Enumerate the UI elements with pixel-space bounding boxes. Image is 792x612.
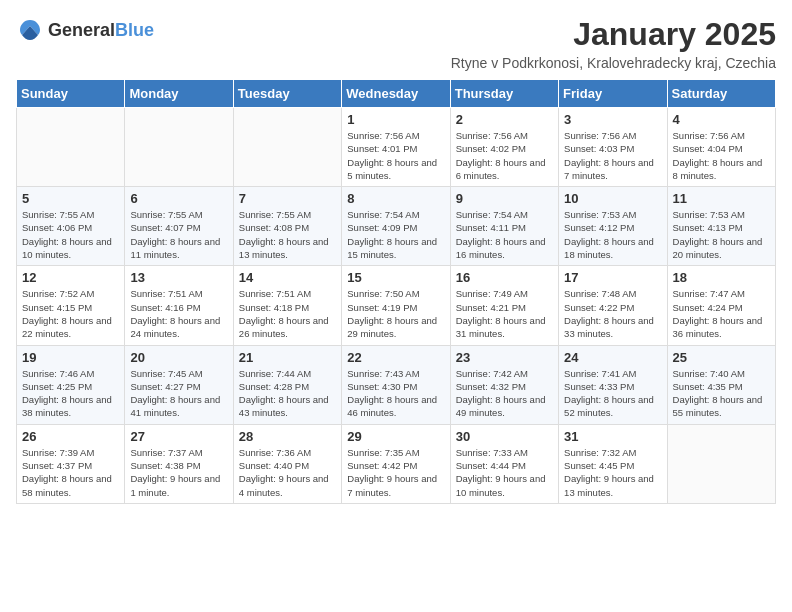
calendar-cell: 3Sunrise: 7:56 AMSunset: 4:03 PMDaylight…	[559, 108, 667, 187]
day-info: Sunrise: 7:55 AMSunset: 4:06 PMDaylight:…	[22, 208, 119, 261]
day-number: 26	[22, 429, 119, 444]
day-info: Sunrise: 7:47 AMSunset: 4:24 PMDaylight:…	[673, 287, 770, 340]
day-info: Sunrise: 7:56 AMSunset: 4:03 PMDaylight:…	[564, 129, 661, 182]
day-number: 3	[564, 112, 661, 127]
day-number: 6	[130, 191, 227, 206]
calendar-cell: 14Sunrise: 7:51 AMSunset: 4:18 PMDayligh…	[233, 266, 341, 345]
calendar-cell: 17Sunrise: 7:48 AMSunset: 4:22 PMDayligh…	[559, 266, 667, 345]
day-number: 22	[347, 350, 444, 365]
logo-blue: Blue	[115, 21, 154, 39]
day-number: 21	[239, 350, 336, 365]
calendar-cell: 4Sunrise: 7:56 AMSunset: 4:04 PMDaylight…	[667, 108, 775, 187]
day-number: 14	[239, 270, 336, 285]
calendar-week-2: 5Sunrise: 7:55 AMSunset: 4:06 PMDaylight…	[17, 187, 776, 266]
day-number: 27	[130, 429, 227, 444]
day-number: 18	[673, 270, 770, 285]
day-number: 30	[456, 429, 553, 444]
day-number: 19	[22, 350, 119, 365]
day-info: Sunrise: 7:36 AMSunset: 4:40 PMDaylight:…	[239, 446, 336, 499]
day-info: Sunrise: 7:54 AMSunset: 4:09 PMDaylight:…	[347, 208, 444, 261]
calendar-cell: 26Sunrise: 7:39 AMSunset: 4:37 PMDayligh…	[17, 424, 125, 503]
day-info: Sunrise: 7:55 AMSunset: 4:08 PMDaylight:…	[239, 208, 336, 261]
day-number: 29	[347, 429, 444, 444]
day-number: 31	[564, 429, 661, 444]
calendar-header-wednesday: Wednesday	[342, 80, 450, 108]
day-number: 2	[456, 112, 553, 127]
day-number: 11	[673, 191, 770, 206]
calendar-week-1: 1Sunrise: 7:56 AMSunset: 4:01 PMDaylight…	[17, 108, 776, 187]
calendar-cell: 12Sunrise: 7:52 AMSunset: 4:15 PMDayligh…	[17, 266, 125, 345]
day-number: 4	[673, 112, 770, 127]
day-info: Sunrise: 7:33 AMSunset: 4:44 PMDaylight:…	[456, 446, 553, 499]
day-info: Sunrise: 7:39 AMSunset: 4:37 PMDaylight:…	[22, 446, 119, 499]
page-header: General Blue January 2025 Rtyne v Podkrk…	[16, 16, 776, 71]
day-info: Sunrise: 7:51 AMSunset: 4:18 PMDaylight:…	[239, 287, 336, 340]
calendar-cell: 29Sunrise: 7:35 AMSunset: 4:42 PMDayligh…	[342, 424, 450, 503]
day-info: Sunrise: 7:52 AMSunset: 4:15 PMDaylight:…	[22, 287, 119, 340]
calendar-cell: 1Sunrise: 7:56 AMSunset: 4:01 PMDaylight…	[342, 108, 450, 187]
day-info: Sunrise: 7:44 AMSunset: 4:28 PMDaylight:…	[239, 367, 336, 420]
calendar-cell: 16Sunrise: 7:49 AMSunset: 4:21 PMDayligh…	[450, 266, 558, 345]
calendar-cell: 20Sunrise: 7:45 AMSunset: 4:27 PMDayligh…	[125, 345, 233, 424]
day-number: 10	[564, 191, 661, 206]
day-number: 13	[130, 270, 227, 285]
day-number: 25	[673, 350, 770, 365]
day-number: 20	[130, 350, 227, 365]
day-info: Sunrise: 7:50 AMSunset: 4:19 PMDaylight:…	[347, 287, 444, 340]
calendar-header-sunday: Sunday	[17, 80, 125, 108]
calendar-cell: 7Sunrise: 7:55 AMSunset: 4:08 PMDaylight…	[233, 187, 341, 266]
calendar-cell: 23Sunrise: 7:42 AMSunset: 4:32 PMDayligh…	[450, 345, 558, 424]
location-subtitle: Rtyne v Podkrkonosi, Kralovehradecky kra…	[451, 55, 776, 71]
calendar-cell	[125, 108, 233, 187]
day-number: 15	[347, 270, 444, 285]
calendar-cell: 15Sunrise: 7:50 AMSunset: 4:19 PMDayligh…	[342, 266, 450, 345]
calendar-cell: 25Sunrise: 7:40 AMSunset: 4:35 PMDayligh…	[667, 345, 775, 424]
calendar-cell: 24Sunrise: 7:41 AMSunset: 4:33 PMDayligh…	[559, 345, 667, 424]
day-info: Sunrise: 7:46 AMSunset: 4:25 PMDaylight:…	[22, 367, 119, 420]
calendar-cell	[17, 108, 125, 187]
calendar-cell: 11Sunrise: 7:53 AMSunset: 4:13 PMDayligh…	[667, 187, 775, 266]
day-info: Sunrise: 7:48 AMSunset: 4:22 PMDaylight:…	[564, 287, 661, 340]
logo-general: General	[48, 21, 115, 39]
calendar-table: SundayMondayTuesdayWednesdayThursdayFrid…	[16, 79, 776, 504]
calendar-cell: 2Sunrise: 7:56 AMSunset: 4:02 PMDaylight…	[450, 108, 558, 187]
calendar-cell: 18Sunrise: 7:47 AMSunset: 4:24 PMDayligh…	[667, 266, 775, 345]
calendar-cell: 22Sunrise: 7:43 AMSunset: 4:30 PMDayligh…	[342, 345, 450, 424]
day-info: Sunrise: 7:55 AMSunset: 4:07 PMDaylight:…	[130, 208, 227, 261]
day-info: Sunrise: 7:35 AMSunset: 4:42 PMDaylight:…	[347, 446, 444, 499]
calendar-week-3: 12Sunrise: 7:52 AMSunset: 4:15 PMDayligh…	[17, 266, 776, 345]
logo-text: General Blue	[48, 21, 154, 39]
calendar-cell: 5Sunrise: 7:55 AMSunset: 4:06 PMDaylight…	[17, 187, 125, 266]
day-info: Sunrise: 7:42 AMSunset: 4:32 PMDaylight:…	[456, 367, 553, 420]
day-info: Sunrise: 7:49 AMSunset: 4:21 PMDaylight:…	[456, 287, 553, 340]
calendar-cell: 19Sunrise: 7:46 AMSunset: 4:25 PMDayligh…	[17, 345, 125, 424]
day-info: Sunrise: 7:43 AMSunset: 4:30 PMDaylight:…	[347, 367, 444, 420]
day-number: 8	[347, 191, 444, 206]
calendar-cell: 9Sunrise: 7:54 AMSunset: 4:11 PMDaylight…	[450, 187, 558, 266]
day-info: Sunrise: 7:56 AMSunset: 4:04 PMDaylight:…	[673, 129, 770, 182]
day-info: Sunrise: 7:54 AMSunset: 4:11 PMDaylight:…	[456, 208, 553, 261]
day-number: 28	[239, 429, 336, 444]
day-info: Sunrise: 7:53 AMSunset: 4:12 PMDaylight:…	[564, 208, 661, 261]
day-number: 1	[347, 112, 444, 127]
title-block: January 2025 Rtyne v Podkrkonosi, Kralov…	[451, 16, 776, 71]
calendar-cell: 27Sunrise: 7:37 AMSunset: 4:38 PMDayligh…	[125, 424, 233, 503]
calendar-cell: 21Sunrise: 7:44 AMSunset: 4:28 PMDayligh…	[233, 345, 341, 424]
calendar-cell: 10Sunrise: 7:53 AMSunset: 4:12 PMDayligh…	[559, 187, 667, 266]
calendar-cell: 31Sunrise: 7:32 AMSunset: 4:45 PMDayligh…	[559, 424, 667, 503]
day-info: Sunrise: 7:51 AMSunset: 4:16 PMDaylight:…	[130, 287, 227, 340]
day-info: Sunrise: 7:40 AMSunset: 4:35 PMDaylight:…	[673, 367, 770, 420]
calendar-cell	[667, 424, 775, 503]
calendar-cell: 28Sunrise: 7:36 AMSunset: 4:40 PMDayligh…	[233, 424, 341, 503]
calendar-cell: 8Sunrise: 7:54 AMSunset: 4:09 PMDaylight…	[342, 187, 450, 266]
calendar-cell: 30Sunrise: 7:33 AMSunset: 4:44 PMDayligh…	[450, 424, 558, 503]
day-number: 23	[456, 350, 553, 365]
calendar-week-5: 26Sunrise: 7:39 AMSunset: 4:37 PMDayligh…	[17, 424, 776, 503]
day-number: 12	[22, 270, 119, 285]
day-number: 16	[456, 270, 553, 285]
day-info: Sunrise: 7:37 AMSunset: 4:38 PMDaylight:…	[130, 446, 227, 499]
calendar-week-4: 19Sunrise: 7:46 AMSunset: 4:25 PMDayligh…	[17, 345, 776, 424]
calendar-header-thursday: Thursday	[450, 80, 558, 108]
day-number: 7	[239, 191, 336, 206]
calendar-cell: 6Sunrise: 7:55 AMSunset: 4:07 PMDaylight…	[125, 187, 233, 266]
